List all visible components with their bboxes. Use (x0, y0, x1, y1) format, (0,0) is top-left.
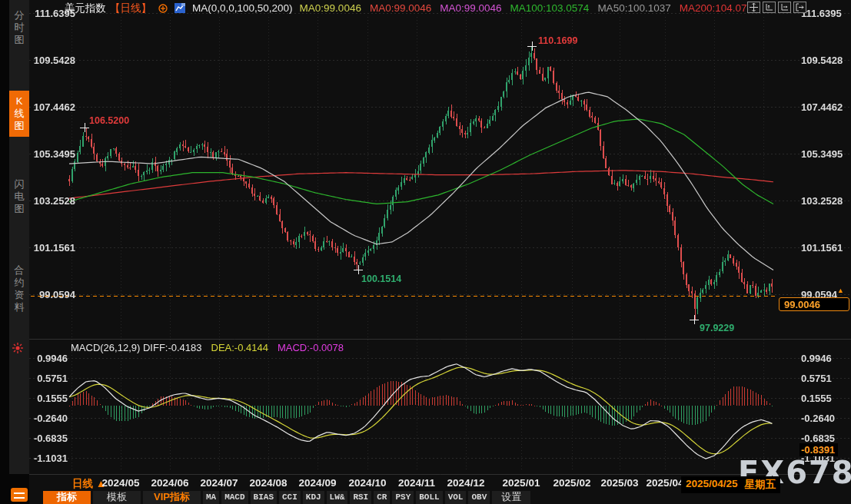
sidebar-tab-3[interactable]: 闪电图 (9, 174, 29, 220)
price-axis-left-label: 103.2528 (29, 195, 75, 207)
price-axis-left-label: 107.4462 (29, 101, 75, 113)
toolbar-button-cci[interactable]: CCI (279, 491, 301, 504)
price-axis-right-label: 107.4462 (801, 101, 843, 113)
sidebar-strip (9, 0, 29, 474)
price-axis-right-label: 103.2528 (801, 195, 843, 207)
macd-hist-value: MACD:-0.0078 (278, 342, 344, 353)
menu-icon[interactable] (11, 488, 28, 502)
toolbar-button-vip[interactable]: VIP指标 (143, 491, 201, 504)
x-axis-row: 日线 ▲ 2024/052024/062024/072024/082024/09… (0, 476, 851, 491)
period-selector[interactable]: 日线 ▲ (72, 477, 106, 491)
macd-axis-right-label: 0.5751 (801, 373, 832, 384)
month-label: 2024/05 (102, 477, 140, 489)
chart-type-icon[interactable] (175, 3, 185, 13)
price-marker-label-2: 110.1699 (538, 35, 577, 46)
macd-dea-value: DEA:-0.4144 (211, 342, 268, 353)
symbol-title: 美元指数 (65, 2, 106, 15)
macd-title: MACD(26,12,9) DIFF:-0.4183 (71, 342, 202, 353)
toolbar-button-psy[interactable]: PSY (392, 491, 414, 504)
trading-app-window: { "header": { "symbol": "美元指数", "period"… (0, 0, 851, 504)
ma-legend-3: MA0:99.0046 (440, 2, 501, 14)
indicator-toolbar: 指标模板VIP指标MAMACDBIASCCIKDJLW&RSICRPSYBOLL… (43, 490, 530, 504)
sidebar-tab-1[interactable]: 分时图 (9, 5, 29, 51)
ma-legend-2: MA0:99.0046 (370, 2, 431, 14)
month-label: 2025/04 (647, 477, 684, 489)
toolbar-button-boll[interactable]: BOLL (416, 491, 442, 504)
chart-header: 美元指数 【日线】 MA(0,0,0,100,50,200) MA0:99.00… (65, 2, 759, 15)
macd-axis-right-label: 0.9946 (801, 353, 832, 364)
macd-current-value-tag: -0.8391 (799, 443, 838, 456)
price-axis-left-label: 109.5428 (29, 55, 75, 66)
price-marker-label-1: 106.5200 (89, 115, 129, 126)
toolbar-button-rsi[interactable]: RSI (350, 491, 371, 504)
macd-axis-right-label: -0.2640 (801, 413, 835, 424)
toolbar-tab-1[interactable]: 指标 (43, 491, 91, 504)
month-label: 2024/11 (398, 477, 435, 489)
price-axis-right-label: 101.1561 (801, 242, 843, 254)
toolbar-button-cr[interactable]: CR (374, 491, 390, 504)
month-label: 2024/07 (201, 477, 238, 489)
month-label: 2025/03 (601, 477, 639, 489)
month-label: 2024/12 (447, 477, 485, 489)
axis-panel-icon[interactable] (778, 2, 791, 13)
ma-legend-1: MA0:99.0046 (300, 2, 361, 14)
month-label: 2024/09 (299, 477, 337, 489)
month-label: 2024/08 (250, 477, 288, 489)
window-icon-bar (747, 2, 806, 13)
price-axis-right-label: 109.5428 (801, 55, 843, 66)
toolbar-tab-2[interactable]: 模板 (93, 491, 141, 504)
ma-legend-5: MA50:100.1037 (597, 2, 670, 14)
ma-legend-4: MA100:103.0574 (510, 2, 590, 14)
price-axis-left-label: 101.1561 (29, 242, 75, 254)
price-axis-left-label: 105.3495 (29, 148, 75, 160)
toolbar-button-[interactable]: 设置 (492, 491, 530, 504)
axis-scale-icon[interactable] (763, 2, 776, 13)
toolbar-button-obv[interactable]: OBV (468, 491, 490, 504)
current-price-tag: 99.0046 (779, 297, 849, 311)
alarm-icon[interactable] (12, 343, 23, 356)
period-title: 【日线】 (110, 2, 151, 15)
month-label: 2024/06 (151, 477, 189, 489)
current-date-value: 2025/04/25 (686, 478, 738, 492)
month-label: 2024/10 (349, 477, 387, 489)
toolbar-button-vol[interactable]: VOL (445, 491, 467, 504)
sidebar-tab-2[interactable]: K线图 (9, 91, 29, 137)
toolbar-button-macd[interactable]: MACD (221, 491, 248, 504)
macd-axis-right-label: 0.1555 (801, 393, 832, 404)
current-weekday: 星期五 (745, 478, 776, 492)
price-marker-label-4: 97.9229 (700, 323, 734, 333)
price-axis-right-label: 111.6395 (801, 8, 842, 19)
exit-right-icon[interactable] (793, 2, 806, 13)
price-alert-icon: ▲ (837, 287, 844, 294)
price-axis-left-label: 99.0594 (29, 289, 75, 300)
toolbar-button-kdj[interactable]: KDJ (303, 491, 324, 504)
current-date-label: 2025/04/25 星期五 (681, 476, 780, 493)
price-chart-canvas[interactable] (0, 0, 851, 504)
pan-icon[interactable] (747, 2, 760, 13)
macd-axis-right-label: -0.6835 (801, 433, 835, 444)
month-label: 2025/02 (553, 477, 591, 489)
month-label: 2025/01 (503, 477, 540, 489)
sidebar-tab-4[interactable]: 合约资料 (9, 260, 29, 318)
price-axis-right-label: 105.3495 (801, 148, 843, 160)
ma-formula: MA(0,0,0,100,50,200) (192, 2, 293, 14)
sidebar: 分时图K线图闪电图合约资料 (0, 0, 29, 504)
price-marker-label-3: 100.1514 (361, 274, 401, 284)
toolbar-button-bias[interactable]: BIAS (251, 491, 277, 504)
add-indicator-icon[interactable] (158, 4, 168, 13)
toolbar-button-ma[interactable]: MA (203, 491, 219, 504)
toolbar-button-lw[interactable]: LW& (327, 491, 348, 504)
macd-indicator-header: MACD(26,12,9) DIFF:-0.4183 DEA:-0.4144 M… (71, 342, 344, 353)
